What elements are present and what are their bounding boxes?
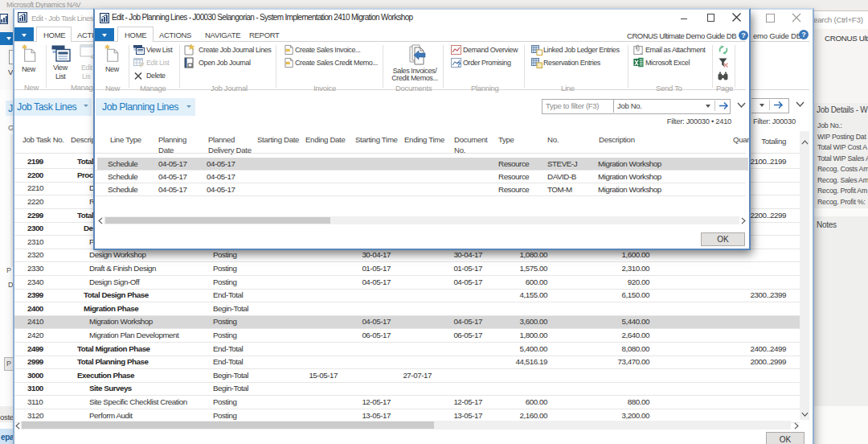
svg-text:?: ?: [457, 60, 461, 68]
